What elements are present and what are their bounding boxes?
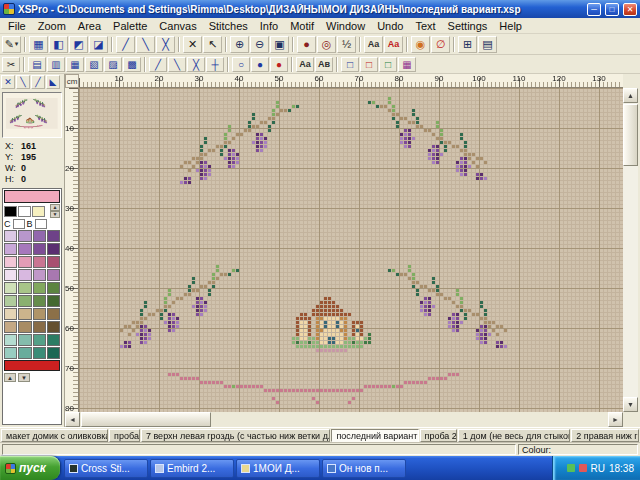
grid-toggle-button[interactable]: ⊞ xyxy=(458,36,477,53)
menu-canvas[interactable]: Canvas xyxy=(153,20,202,32)
bead-tool[interactable]: ◎ xyxy=(317,36,336,53)
design-tab-0[interactable]: макет домик с оливковками xyxy=(1,429,108,442)
palette-color-26[interactable] xyxy=(33,308,46,320)
palette-color-5[interactable] xyxy=(18,243,31,255)
window-layout-3[interactable]: □ xyxy=(379,57,397,72)
palette-color-19[interactable] xyxy=(47,282,60,294)
palette-color-39[interactable] xyxy=(47,347,60,359)
b-color-box[interactable] xyxy=(35,219,47,229)
palette-color-21[interactable] xyxy=(18,295,31,307)
palette-color-31[interactable] xyxy=(47,321,60,333)
menu-help[interactable]: Help xyxy=(493,20,528,32)
color-wheel-button[interactable]: ◉ xyxy=(411,36,430,53)
window-layout-2[interactable]: □ xyxy=(360,57,378,72)
language-indicator[interactable]: RU xyxy=(591,463,605,474)
menu-text[interactable]: Text xyxy=(409,20,441,32)
zoom-fit-button[interactable]: ▣ xyxy=(270,36,289,53)
palette-color-0[interactable] xyxy=(4,230,17,242)
palette-color-18[interactable] xyxy=(33,282,46,294)
text-tool[interactable]: Aa xyxy=(364,36,383,53)
diagonal-ne-tool[interactable]: ╱ xyxy=(149,57,167,72)
select-arrow-tool[interactable]: ↖ xyxy=(203,36,222,53)
design-tab-2[interactable]: 7 верхн левая гроздь (с частью ниж ветки… xyxy=(141,429,330,442)
menu-motif[interactable]: Motif xyxy=(284,20,320,32)
palette-color-11[interactable] xyxy=(47,256,60,268)
circle-tool[interactable]: ○ xyxy=(232,57,250,72)
cut-tool[interactable]: ✂ xyxy=(2,57,20,72)
design-tab-6[interactable]: 2 правая ниж гр. xyxy=(571,429,639,442)
vertical-scroll-track[interactable] xyxy=(623,103,638,397)
backstitch-up-tool[interactable]: ╱ xyxy=(116,36,135,53)
horizontal-scrollbar[interactable]: ◄ ► xyxy=(65,412,640,427)
window-layout-1[interactable]: □ xyxy=(341,57,359,72)
maximize-button[interactable]: □ xyxy=(605,3,619,16)
start-button[interactable]: пуск xyxy=(0,456,60,480)
stitch-pattern-3[interactable]: ▦ xyxy=(66,57,84,72)
palette-color-2[interactable] xyxy=(33,230,46,242)
menu-file[interactable]: File xyxy=(2,20,32,32)
text-color-tool[interactable]: Aa xyxy=(384,36,403,53)
spin-up-icon[interactable]: ▲ xyxy=(50,204,60,211)
stitch-pattern-2[interactable]: ▥ xyxy=(47,57,65,72)
pattern-preview[interactable] xyxy=(2,92,62,138)
menu-window[interactable]: Window xyxy=(320,20,371,32)
highlight-color-swatch[interactable] xyxy=(4,360,60,371)
palette-color-12[interactable] xyxy=(4,269,17,281)
cyrillic-font-button[interactable]: Ав xyxy=(315,57,333,72)
palette-color-27[interactable] xyxy=(47,308,60,320)
menu-stitches[interactable]: Stitches xyxy=(203,20,254,32)
stitch-direction-cross[interactable]: ✕ xyxy=(1,75,15,89)
stitch-pattern-4[interactable]: ▧ xyxy=(85,57,103,72)
stitch-pattern-5[interactable]: ▨ xyxy=(104,57,122,72)
palette-color-1[interactable] xyxy=(18,230,31,242)
menu-zoom[interactable]: Zoom xyxy=(32,20,72,32)
taskbar-task-3[interactable]: Он нов п... xyxy=(322,459,406,478)
horizontal-scroll-track[interactable] xyxy=(80,412,608,427)
palette-color-22[interactable] xyxy=(33,295,46,307)
scroll-left-button[interactable]: ◄ xyxy=(65,412,80,427)
diagonal-nw-tool[interactable]: ╲ xyxy=(168,57,186,72)
palette-color-35[interactable] xyxy=(47,334,60,346)
stitch-pattern-1[interactable]: ▤ xyxy=(28,57,46,72)
scroll-right-button[interactable]: ► xyxy=(608,412,623,427)
half-size-button[interactable]: ½ xyxy=(337,36,356,53)
selected-color-swatch[interactable] xyxy=(4,190,60,203)
menu-undo[interactable]: Undo xyxy=(371,20,409,32)
tray-icon-1[interactable] xyxy=(567,464,575,472)
palette-window-button[interactable]: ▦ xyxy=(398,57,416,72)
palette-color-37[interactable] xyxy=(18,347,31,359)
ruler-toggle-button[interactable]: ▤ xyxy=(478,36,497,53)
c-color-box[interactable] xyxy=(13,219,25,229)
palette-color-17[interactable] xyxy=(18,282,31,294)
tray-icon-2[interactable] xyxy=(579,464,587,472)
close-button[interactable]: ✕ xyxy=(623,3,637,16)
full-stitch-tool[interactable]: ▦ xyxy=(29,36,48,53)
minimize-button[interactable]: ─ xyxy=(587,3,601,16)
palette-color-16[interactable] xyxy=(4,282,17,294)
design-tab-3[interactable]: последний вариант xyxy=(331,429,418,442)
design-tab-4[interactable]: проба 2 xyxy=(420,429,457,442)
stitch-direction-back[interactable]: ╲ xyxy=(16,75,30,89)
taskbar-task-1[interactable]: Embird 2... xyxy=(150,459,234,478)
vertical-scrollbar[interactable]: ▲ ▼ xyxy=(623,88,638,412)
zoom-out-button[interactable]: ⊖ xyxy=(250,36,269,53)
delete-stitch-tool[interactable]: ✕ xyxy=(183,36,202,53)
palette-color-23[interactable] xyxy=(47,295,60,307)
palette-color-8[interactable] xyxy=(4,256,17,268)
palette-color-9[interactable] xyxy=(18,256,31,268)
stitch-direction-forward[interactable]: ╱ xyxy=(31,75,45,89)
palette-color-29[interactable] xyxy=(18,321,31,333)
taskbar-task-0[interactable]: Cross Sti... xyxy=(64,459,148,478)
menu-settings[interactable]: Settings xyxy=(442,20,494,32)
french-knot-tool[interactable]: ● xyxy=(297,36,316,53)
palette-color-13[interactable] xyxy=(18,269,31,281)
palette-color-34[interactable] xyxy=(33,334,46,346)
palette-color-14[interactable] xyxy=(33,269,46,281)
palette-color-32[interactable] xyxy=(4,334,17,346)
palette-color-33[interactable] xyxy=(18,334,31,346)
palette-color-10[interactable] xyxy=(33,256,46,268)
backstitch-down-tool[interactable]: ╲ xyxy=(136,36,155,53)
palette-color-30[interactable] xyxy=(33,321,46,333)
pencil-tool[interactable]: ✎▾ xyxy=(2,36,21,53)
yellow-swatch[interactable] xyxy=(32,206,45,217)
